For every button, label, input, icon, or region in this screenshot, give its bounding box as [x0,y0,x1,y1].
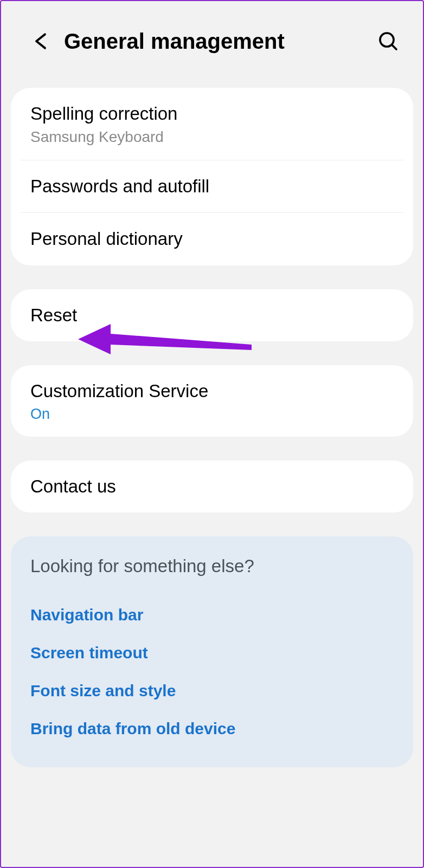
page-title: General management [64,29,377,54]
item-title: Customization Service [30,379,394,404]
personal-dictionary-item[interactable]: Personal dictionary [11,213,413,265]
font-size-style-link[interactable]: Font size and style [30,672,394,710]
customization-service-item[interactable]: Customization Service On [11,365,413,437]
navigation-bar-link[interactable]: Navigation bar [30,596,394,634]
settings-group-2: Reset [11,289,413,342]
item-title: Passwords and autofill [30,174,394,199]
search-icon[interactable] [377,30,399,52]
item-subtitle: Samsung Keyboard [30,128,394,146]
item-title: Reset [30,303,394,328]
item-title: Personal dictionary [30,227,394,251]
settings-group-4: Contact us [11,461,413,513]
suggestions-heading: Looking for something else? [30,556,394,576]
bring-data-link[interactable]: Bring data from old device [30,710,394,748]
item-title: Contact us [30,475,394,499]
suggestions-card: Looking for something else? Navigation b… [11,536,413,767]
item-status: On [30,406,394,423]
reset-item[interactable]: Reset [11,289,413,342]
passwords-autofill-item[interactable]: Passwords and autofill [11,160,413,213]
settings-group-3: Customization Service On [11,365,413,437]
back-icon[interactable] [30,31,51,51]
settings-group-1: Spelling correction Samsung Keyboard Pas… [11,88,413,265]
item-title: Spelling correction [30,102,394,126]
header: General management [1,1,423,88]
screen-timeout-link[interactable]: Screen timeout [30,634,394,672]
contact-us-item[interactable]: Contact us [11,461,413,513]
spelling-correction-item[interactable]: Spelling correction Samsung Keyboard [11,88,413,160]
svg-line-1 [392,45,396,49]
